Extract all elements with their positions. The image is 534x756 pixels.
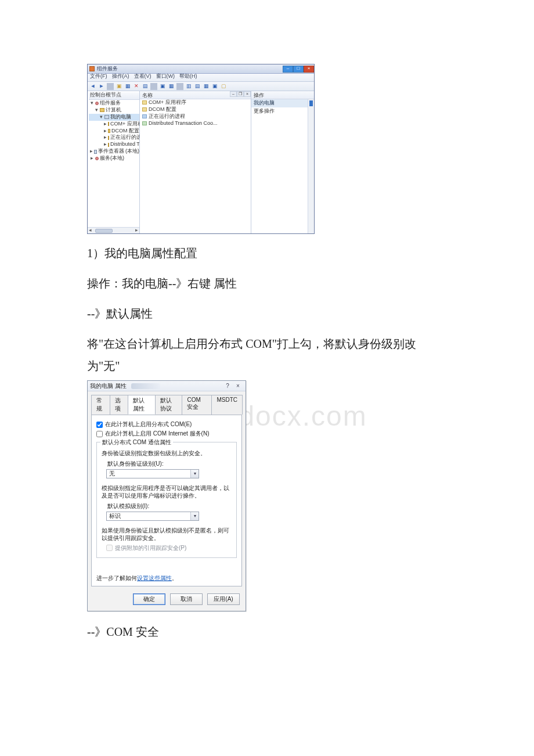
auth-level-label: 默认身份验证级别(U): xyxy=(107,460,232,468)
tree-label: 组件服务 xyxy=(100,100,121,106)
ok-button[interactable]: 确定 xyxy=(133,593,165,605)
folder-icon xyxy=(142,107,147,111)
toolbar-prop-icon[interactable]: ▤ xyxy=(142,83,149,90)
tree-item-dtc[interactable]: ▸Distributed Tran xyxy=(89,141,139,148)
tree-item-computers[interactable]: ▾计算机 xyxy=(89,107,139,114)
enable-com-internet-label: 在此计算机上启用 COM Internet 服务(N) xyxy=(105,430,209,438)
tab-msdtc[interactable]: MSDTC xyxy=(211,395,243,415)
enable-com-internet-checkbox-row[interactable]: 在此计算机上启用 COM Internet 服务(N) xyxy=(96,429,237,438)
expander-icon[interactable]: ▾ xyxy=(95,107,99,113)
menu-file[interactable]: 文件(F) xyxy=(90,74,107,81)
auth-level-value: 无 xyxy=(109,470,115,478)
nav-forward-icon[interactable]: ► xyxy=(98,83,105,90)
actions-vertical-scrollbar[interactable] xyxy=(308,99,314,233)
expander-icon[interactable]: ▸ xyxy=(104,135,107,141)
impersonation-level-combobox[interactable]: 标识 ▾ xyxy=(106,512,199,521)
tree-label: 计算机 xyxy=(106,107,121,113)
tree-label: 事件查看器 (本地) xyxy=(98,149,140,154)
enable-dcom-checkbox-row[interactable]: 在此计算机上启用分布式 COM(E) xyxy=(96,420,237,429)
tree-item-my-computer[interactable]: ▾我的电脑 xyxy=(89,114,139,121)
window-titlebar[interactable]: 组件服务 – □ × xyxy=(88,64,314,74)
enable-dcom-checkbox[interactable] xyxy=(96,422,103,428)
list-item[interactable]: Distributed Transaction Coo... xyxy=(140,120,251,127)
expander-icon[interactable]: ▸ xyxy=(104,142,107,147)
menu-help[interactable]: 帮助(H) xyxy=(179,74,197,81)
tree-item-event-viewer[interactable]: ▸事件查看器 (本地) xyxy=(89,148,139,155)
doc-step-com-security: --》COM 安全 xyxy=(87,621,447,643)
tab-com-security[interactable]: COM 安全 xyxy=(182,395,212,415)
dialog-tabs: 常规 选项 默认属性 默认协议 COM 安全 MSDTC xyxy=(88,391,246,415)
expander-icon[interactable]: ▸ xyxy=(104,128,107,134)
impersonation-level-value: 标识 xyxy=(109,512,121,520)
tab-default-properties[interactable]: 默认属性 xyxy=(128,395,155,415)
impersonation-desc: 模拟级别指定应用程序是否可以确定其调用者，以及是否可以使用客户端标识进行操作。 xyxy=(102,484,232,500)
menu-bar[interactable]: 文件(F) 操作(A) 查看(V) 窗口(W) 帮助(H) xyxy=(88,74,314,82)
tree-item-running-processes[interactable]: ▸正在运行的进程 xyxy=(89,134,139,141)
tab-default-protocols[interactable]: 默认协议 xyxy=(155,395,182,415)
tree-label: 服务(本地) xyxy=(100,156,124,161)
ref-tracking-checkbox-row: 提供附加的引用跟踪安全(P) xyxy=(102,543,232,553)
menu-window[interactable]: 窗口(W) xyxy=(156,74,175,81)
toolbar-up-icon[interactable]: ▣ xyxy=(116,83,122,90)
pane-close-icon[interactable]: × xyxy=(244,91,251,97)
tree-item-component-services[interactable]: ▾组件服务 xyxy=(89,100,139,107)
dialog-titlebar[interactable]: 我的电脑 属性 ? × xyxy=(88,381,246,391)
chevron-down-icon[interactable]: ▾ xyxy=(190,470,199,478)
pane-minimize-icon[interactable]: – xyxy=(230,91,237,97)
expander-icon[interactable]: ▸ xyxy=(90,156,94,161)
tree-label: COM+ 应用程序 xyxy=(110,121,140,127)
actions-more[interactable]: 更多操作 ▸ xyxy=(251,107,314,116)
nav-back-icon[interactable]: ◄ xyxy=(89,83,96,90)
menu-action[interactable]: 操作(A) xyxy=(112,74,129,81)
toolbar-export-icon[interactable]: ▦ xyxy=(168,83,175,90)
learn-more-row: 进一步了解如何设置这些属性。 xyxy=(96,574,237,582)
auth-level-combobox[interactable]: 无 ▾ xyxy=(106,469,199,478)
learn-more-suffix: 。 xyxy=(172,575,178,581)
list-pane: – ❐ × 名称 COM+ 应用程序 DCOM 配置 正在运行的进程 Distr… xyxy=(140,91,251,233)
toolbar-delete-icon[interactable]: ✕ xyxy=(133,83,140,90)
enable-com-internet-checkbox[interactable] xyxy=(96,431,103,437)
toolbar-view-icon[interactable]: ▦ xyxy=(124,83,131,90)
expander-icon[interactable]: ▸ xyxy=(90,149,93,154)
learn-more-link[interactable]: 设置这些属性 xyxy=(137,575,172,581)
tree-root-label[interactable]: 控制台根节点 xyxy=(90,92,121,98)
tree-item-com-apps[interactable]: ▸COM+ 应用程序 xyxy=(89,121,139,128)
chevron-down-icon[interactable]: ▾ xyxy=(190,512,199,520)
expander-icon[interactable]: ▾ xyxy=(99,114,103,120)
menu-view[interactable]: 查看(V) xyxy=(134,74,151,81)
toolbar-icon[interactable]: ▦ xyxy=(203,83,210,90)
auth-desc: 身份验证级别指定数据包级别上的安全。 xyxy=(102,449,232,458)
list-item[interactable]: 正在运行的进程 xyxy=(140,113,251,120)
toolbar-icon[interactable]: ▢ xyxy=(220,83,227,90)
toolbar-icon[interactable]: ▣ xyxy=(211,83,218,90)
list-item[interactable]: COM+ 应用程序 xyxy=(140,99,251,106)
apply-button[interactable]: 应用(A) xyxy=(207,593,240,605)
expander-icon[interactable]: ▾ xyxy=(90,100,94,106)
toolbar-icon[interactable]: ▤ xyxy=(194,83,201,90)
dtc-icon xyxy=(142,121,147,125)
enable-dcom-label: 在此计算机上启用分布式 COM(E) xyxy=(105,420,192,429)
tab-general[interactable]: 常规 xyxy=(91,395,110,415)
window-maximize-button[interactable]: □ xyxy=(293,66,304,73)
process-icon xyxy=(142,114,147,118)
toolbar-refresh-icon[interactable]: ▣ xyxy=(159,83,166,90)
list-item[interactable]: DCOM 配置 xyxy=(140,106,251,113)
window-minimize-button[interactable]: – xyxy=(283,66,293,73)
tree-horizontal-scrollbar[interactable]: ◂ ▸ xyxy=(88,227,139,233)
dialog-close-button[interactable]: × xyxy=(233,382,243,390)
pane-restore-icon[interactable]: ❐ xyxy=(237,91,244,97)
ref-tracking-checkbox xyxy=(106,545,113,551)
toolbar-separator xyxy=(107,83,114,90)
cancel-button[interactable]: 取消 xyxy=(170,593,203,605)
toolbar-separator xyxy=(176,83,183,90)
toolbar-icon[interactable]: ▥ xyxy=(185,83,192,90)
scrollbar-thumb[interactable] xyxy=(95,229,113,233)
window-close-button[interactable]: × xyxy=(304,66,314,73)
dialog-help-button[interactable]: ? xyxy=(222,382,233,390)
tab-options[interactable]: 选项 xyxy=(110,395,129,415)
tree-item-dcom-config[interactable]: ▸DCOM 配置 xyxy=(89,128,139,135)
expander-icon[interactable]: ▸ xyxy=(104,121,107,127)
tree-item-services-local[interactable]: ▸服务(本地) xyxy=(89,155,139,162)
impersonation-level-label: 默认模拟级别(I): xyxy=(107,502,232,510)
tree-label: 正在运行的进程 xyxy=(110,135,140,141)
